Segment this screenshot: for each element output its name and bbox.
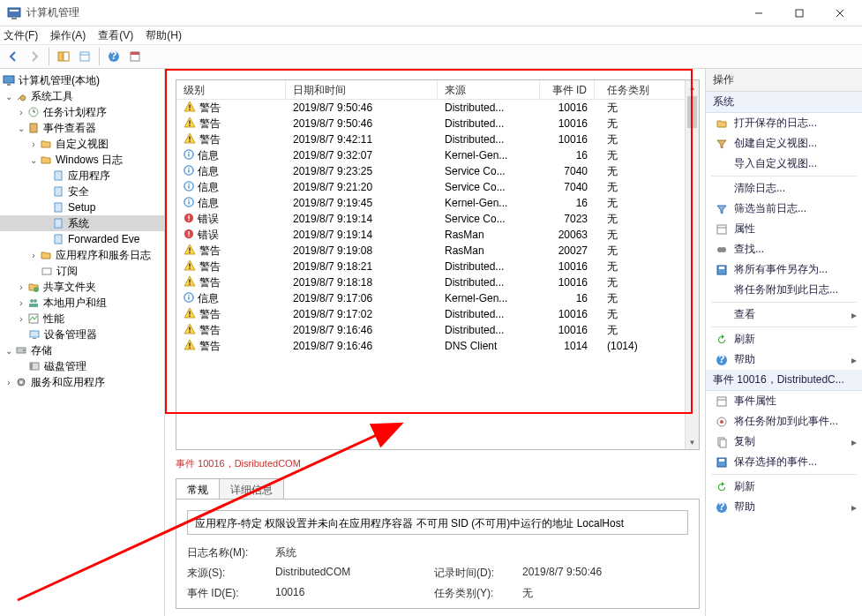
list-row[interactable]: 警告2019/8/7 9:18:18Distributed...10016无 [176, 274, 685, 290]
cell-datetime: 2019/8/7 9:18:21 [286, 260, 438, 273]
close-button[interactable] [820, 0, 860, 26]
cell-datetime: 2019/8/7 9:50:46 [286, 117, 438, 130]
list-row[interactable]: 警告2019/8/7 9:19:08RasMan20027无 [176, 243, 685, 259]
tree-task-sched[interactable]: ›任务计划程序 [0, 104, 164, 120]
tree-event-viewer[interactable]: ⌄事件查看器 [0, 120, 164, 136]
act-event-props[interactable]: 事件属性 [706, 391, 862, 411]
act-help2[interactable]: ?帮助▸ [706, 497, 862, 517]
svg-rect-16 [7, 84, 11, 86]
act-refresh[interactable]: 刷新 [706, 329, 862, 349]
act-create-custom[interactable]: 创建自定义视图... [706, 133, 862, 154]
act-properties[interactable]: 属性 [706, 219, 862, 239]
cell-source: Kernel-Gen... [438, 149, 540, 162]
tree-storage[interactable]: ⌄存储 [0, 342, 164, 358]
tree-win-logs[interactable]: ⌄Windows 日志 [0, 152, 164, 168]
act-attach-evt-task[interactable]: 将任务附加到此事件... [706, 411, 862, 432]
list-row[interactable]: 信息2019/8/7 9:17:06Kernel-Gen...16无 [176, 290, 685, 306]
tree-subscriptions[interactable]: 订阅 [0, 263, 164, 279]
menu-file[interactable]: 文件(F) [4, 28, 38, 43]
act-copy[interactable]: 复制▸ [706, 432, 862, 452]
tree-app-log[interactable]: 应用程序 [0, 168, 164, 184]
act-save-all[interactable]: 将所有事件另存为... [706, 259, 862, 280]
scroll-down-icon[interactable]: ▼ [686, 435, 699, 449]
tree-disk-mgmt[interactable]: 磁盘管理 [0, 358, 164, 374]
cell-source: Distributed... [438, 133, 540, 146]
scroll-up-icon[interactable]: ▲ [686, 80, 699, 94]
minimize-button[interactable] [738, 0, 779, 26]
col-datetime[interactable]: 日期和时间 [286, 80, 438, 99]
menu-view[interactable]: 查看(V) [98, 28, 133, 43]
menu-help[interactable]: 帮助(H) [146, 28, 182, 43]
list-row[interactable]: 警告2019/8/7 9:16:46Distributed...10016无 [176, 322, 685, 338]
tree-custom-views[interactable]: ›自定义视图 [0, 136, 164, 152]
properties-button[interactable] [75, 47, 94, 66]
list-row[interactable]: 信息2019/8/7 9:23:25Service Co...7040无 [176, 163, 685, 179]
col-source[interactable]: 来源 [438, 80, 540, 99]
maximize-button[interactable] [779, 0, 820, 26]
back-button[interactable] [4, 47, 23, 66]
detail-caption: 事件 10016，DisributedCOM [176, 457, 700, 471]
tree-security[interactable]: 安全 [0, 184, 164, 199]
tree-device-mgr[interactable]: 设备管理器 [0, 327, 164, 342]
warn-icon [184, 259, 196, 274]
act-find[interactable]: 查找... [706, 239, 862, 259]
help-button[interactable]: ? [104, 47, 124, 66]
act-filter-log[interactable]: 筛选当前日志... [706, 199, 862, 219]
act-attach-task[interactable]: 将任务附加到此日志... [706, 280, 862, 300]
log-icon [51, 184, 65, 199]
tree-forwarded[interactable]: Forwarded Eve [0, 231, 164, 247]
svg-rect-14 [131, 52, 139, 55]
list-row[interactable]: 信息2019/8/7 9:19:45Kernel-Gen...16无 [176, 195, 685, 211]
list-row[interactable]: 警告2019/8/7 9:18:21Distributed...10016无 [176, 259, 685, 274]
tree-local-users[interactable]: ›本地用户和组 [0, 295, 164, 311]
tree-shared-folders[interactable]: ›共享文件夹 [0, 279, 164, 295]
tree-setup[interactable]: Setup [0, 199, 164, 215]
list-row[interactable]: 警告2019/8/7 9:50:46Distributed...10016无 [176, 116, 685, 131]
list-scrollbar[interactable]: ▲ ▼ [685, 80, 699, 449]
col-level[interactable]: 级别 [176, 80, 286, 99]
event-list: 级别 日期和时间 来源 事件 ID 任务类别 警告2019/8/7 9:50:4… [176, 79, 700, 450]
cell-datetime: 2019/8/7 9:32:07 [286, 149, 438, 162]
cell-event-id: 10016 [540, 133, 595, 146]
warn-icon [184, 132, 196, 147]
menu-action[interactable]: 操作(A) [50, 28, 86, 43]
show-hide-tree-button[interactable] [54, 47, 73, 66]
tree-sys-tools[interactable]: ⌄系统工具 [0, 88, 164, 104]
list-row[interactable]: 信息2019/8/7 9:21:20Service Co...7040无 [176, 179, 685, 195]
scroll-thumb[interactable] [687, 96, 697, 128]
act-help[interactable]: ?帮助▸ [706, 349, 862, 370]
tree-system[interactable]: 系统 [0, 215, 164, 231]
act-clear-log[interactable]: 清除日志... [706, 178, 862, 199]
act-view[interactable]: 查看▸ [706, 304, 862, 325]
svg-rect-66 [189, 263, 190, 267]
act-save-selected[interactable]: 保存选择的事件... [706, 452, 862, 472]
cell-event-id: 10016 [540, 276, 595, 289]
col-task[interactable]: 任务类别 [595, 80, 699, 99]
tree-performance[interactable]: ›性能 [0, 311, 164, 327]
tree-app-svc-logs[interactable]: ›应用程序和服务日志 [0, 247, 164, 263]
forward-button[interactable] [25, 47, 44, 66]
list-row[interactable]: 信息2019/8/7 9:32:07Kernel-Gen...16无 [176, 147, 685, 163]
act-open-saved[interactable]: 打开保存的日志... [706, 113, 862, 133]
extra-button[interactable] [125, 47, 145, 66]
list-row[interactable]: 警告2019/8/7 9:50:46Distributed...10016无 [176, 100, 685, 116]
cell-datetime: 2019/8/7 9:17:06 [286, 292, 438, 304]
users-icon [26, 296, 41, 310]
act-refresh2[interactable]: 刷新 [706, 477, 862, 497]
list-row[interactable]: 警告2019/8/7 9:42:11Distributed...10016无 [176, 131, 685, 147]
tree-services-apps[interactable]: ›服务和应用程序 [0, 374, 164, 390]
open-folder-icon [715, 116, 729, 131]
cell-source: Kernel-Gen... [438, 197, 540, 209]
device-icon [27, 327, 41, 342]
cell-task: 无 [595, 116, 656, 131]
list-row[interactable]: 错误2019/8/7 9:19:14Service Co...7023无 [176, 211, 685, 227]
window-title: 计算机管理 [26, 5, 738, 20]
tree-root[interactable]: 计算机管理(本地) [0, 72, 164, 88]
list-row[interactable]: 警告2019/8/7 9:17:02Distributed...10016无 [176, 306, 685, 322]
cell-level: 错误 [198, 228, 219, 243]
list-row[interactable]: 错误2019/8/7 9:19:14RasMan20063无 [176, 227, 685, 243]
list-row[interactable]: 警告2019/8/7 9:16:46DNS Client1014(1014) [176, 338, 685, 354]
col-event-id[interactable]: 事件 ID [540, 80, 595, 99]
svg-rect-75 [189, 327, 190, 330]
act-import-custom[interactable]: 导入自定义视图... [706, 154, 862, 174]
